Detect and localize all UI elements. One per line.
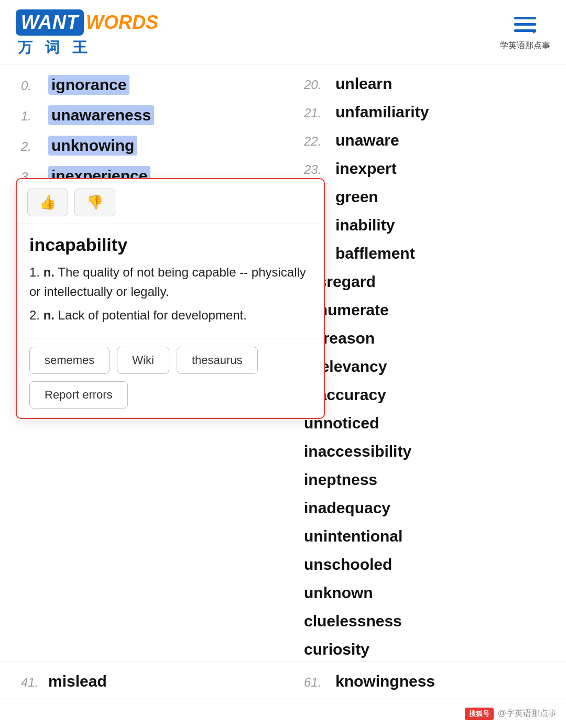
word-text: unschooled — [304, 556, 392, 573]
word-number: 22. — [304, 134, 335, 149]
bottom-left-col: 41. mislead — [0, 667, 283, 696]
sohu-badge: 搜狐号 — [465, 708, 494, 720]
bottom-right-col: 61. knowingness — [283, 667, 566, 696]
logo-chinese: 万 词 王 — [18, 38, 91, 58]
list-item[interactable]: unknown — [304, 579, 556, 607]
word-text: knowingness — [335, 672, 435, 690]
list-item[interactable]: unschooled — [304, 550, 556, 579]
word-text: unknown — [304, 584, 373, 602]
word-text: ignorance — [48, 75, 129, 95]
list-item[interactable]: 41. mislead — [21, 667, 283, 696]
def-text-1: The quality of not being capable -- phys… — [29, 265, 306, 299]
definition-popup: 👍 👎 incapability 1. n. The quality of no… — [16, 178, 325, 419]
header-right-label: 学英语那点事 — [500, 40, 550, 51]
word-text: mislead — [48, 672, 107, 690]
thumbup-button[interactable]: 👍 — [27, 189, 68, 216]
logo-top: WANT WORDS — [16, 9, 158, 36]
list-item[interactable]: inadequacy — [304, 494, 556, 522]
sememes-button[interactable]: sememes — [29, 347, 110, 374]
definition-area: incapability 1. n. The quality of not be… — [17, 224, 324, 338]
action-buttons-row: sememes Wiki thesaurus — [17, 338, 324, 381]
word-number: 21. — [304, 106, 335, 120]
list-item[interactable]: 0. ignorance — [21, 70, 283, 100]
thumbup-icon: 👍 — [39, 194, 56, 211]
logo-words: WORDS — [86, 12, 158, 34]
def-pos-1: n. — [43, 265, 55, 279]
list-item[interactable]: disregard — [304, 268, 556, 296]
list-item[interactable]: 21. unfamiliarity — [304, 98, 556, 126]
list-item[interactable]: inaccessibility — [304, 437, 556, 466]
thesaurus-button[interactable]: thesaurus — [177, 347, 258, 374]
sohu-tag: @字英语那点事 — [498, 708, 557, 719]
list-item[interactable]: 23. inexpert — [304, 155, 556, 183]
list-item[interactable]: 61. knowingness — [304, 667, 566, 696]
def-num-2: 2. — [29, 308, 43, 322]
logo-area: WANT WORDS 万 词 王 — [16, 9, 158, 58]
word-number: 2. — [21, 139, 48, 154]
footer-bar: 搜狐号 @字英语那点事 — [0, 699, 566, 728]
def-pos-2: n. — [43, 308, 55, 322]
word-text: bafflement — [335, 245, 415, 262]
svg-rect-0 — [514, 17, 536, 19]
word-text: unfamiliarity — [335, 103, 429, 121]
word-text: unawareness — [48, 105, 154, 125]
def-text-2: Lack of potential for development. — [55, 308, 247, 322]
hamburger-icon[interactable] — [514, 16, 536, 37]
word-number: 41. — [21, 675, 48, 690]
list-item[interactable]: inaccuracy — [304, 381, 556, 409]
report-row: Report errors — [17, 381, 324, 418]
word-number: 61. — [304, 675, 335, 690]
feedback-row: 👍 👎 — [17, 179, 324, 224]
word-number: 0. — [21, 79, 48, 93]
thumbdown-button[interactable]: 👎 — [74, 189, 115, 216]
word-number: 1. — [21, 109, 48, 124]
header-right: 学英语那点事 — [500, 16, 550, 51]
list-item[interactable]: irrelevancy — [304, 352, 556, 381]
list-item[interactable]: 1. unawareness — [21, 100, 283, 130]
word-text: unlearn — [335, 75, 392, 93]
word-text: curiosity — [304, 641, 369, 658]
list-item[interactable]: cluelessness — [304, 607, 556, 635]
svg-rect-1 — [514, 23, 536, 26]
report-errors-button[interactable]: Report errors — [29, 381, 128, 409]
word-text: inadequacy — [304, 499, 390, 517]
word-text: ineptness — [304, 471, 377, 489]
bottom-words-row: 41. mislead 61. knowingness — [0, 661, 566, 699]
def-num-1: 1. — [29, 265, 43, 279]
header: WANT WORDS 万 词 王 学英语那点事 — [0, 0, 566, 64]
word-text: inexpert — [335, 160, 397, 178]
list-item[interactable]: innumerate — [304, 296, 556, 324]
list-item[interactable]: 22. unaware — [304, 126, 556, 155]
right-column: 20. unlearn 21. unfamiliarity 22. unawar… — [283, 70, 566, 664]
list-item[interactable]: 24. green — [304, 183, 556, 211]
list-item[interactable]: 20. unlearn — [304, 70, 556, 98]
list-item[interactable]: curiosity — [304, 635, 556, 664]
list-item[interactable]: ineptness — [304, 466, 556, 494]
word-text: cluelessness — [304, 612, 402, 630]
definition-entry-2: 2. n. Lack of potential for development. — [29, 305, 311, 325]
svg-rect-2 — [514, 29, 536, 32]
list-item[interactable]: unintentional — [304, 522, 556, 550]
list-item[interactable]: unreason — [304, 324, 556, 352]
logo-want: WANT — [16, 9, 84, 36]
list-item[interactable]: 2. unknowing — [21, 130, 283, 161]
word-number: 23. — [304, 162, 335, 177]
word-text: unknowing — [48, 136, 137, 156]
word-text: unintentional — [304, 527, 402, 545]
list-item[interactable]: 26. bafflement — [304, 239, 556, 268]
word-text: inability — [335, 216, 395, 234]
word-text: unaware — [335, 131, 399, 149]
word-number: 20. — [304, 78, 335, 92]
wiki-button[interactable]: Wiki — [117, 347, 169, 374]
popup-word: incapability — [29, 235, 311, 255]
thumbdown-icon: 👎 — [86, 194, 103, 211]
list-item[interactable]: unnoticed — [304, 409, 556, 437]
definition-entry-1: 1. n. The quality of not being capable -… — [29, 262, 311, 301]
word-text: green — [335, 188, 378, 206]
list-item[interactable]: 25. inability — [304, 211, 556, 239]
word-text: inaccessibility — [304, 443, 411, 460]
